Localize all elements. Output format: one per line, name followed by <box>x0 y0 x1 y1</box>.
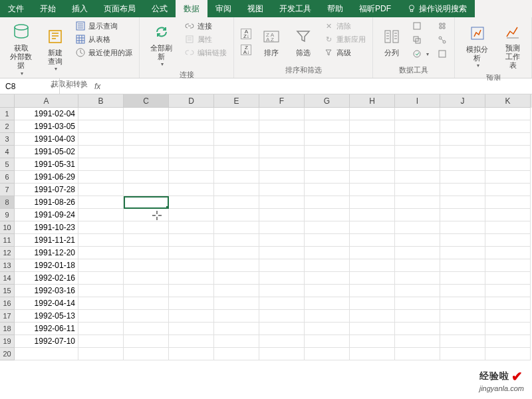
cell[interactable] <box>305 108 350 120</box>
cell[interactable] <box>78 120 124 133</box>
cell[interactable] <box>259 196 305 209</box>
row-header[interactable]: 6 <box>0 171 15 184</box>
cell[interactable] <box>259 133 305 146</box>
cell[interactable] <box>124 259 169 272</box>
row-header[interactable]: 15 <box>0 285 15 297</box>
name-box[interactable]: C8 ▾ <box>0 78 60 94</box>
new-query-button[interactable]: 新建 查询 ▾ <box>41 20 70 78</box>
cell[interactable] <box>214 171 259 184</box>
cell[interactable] <box>350 196 395 209</box>
row-header[interactable]: 18 <box>0 323 15 335</box>
cell[interactable] <box>305 171 350 184</box>
cell[interactable] <box>78 209 124 221</box>
cell[interactable] <box>440 196 485 209</box>
cell[interactable]: 1991-10-23 <box>15 221 78 234</box>
cell[interactable] <box>169 221 214 234</box>
cell[interactable] <box>350 348 395 360</box>
cell[interactable] <box>305 323 350 335</box>
cell[interactable] <box>305 221 350 234</box>
cell[interactable] <box>169 133 214 146</box>
cell[interactable] <box>440 285 485 297</box>
cell[interactable] <box>485 120 531 133</box>
cell[interactable] <box>78 158 124 171</box>
cell[interactable] <box>485 184 531 196</box>
cell[interactable] <box>440 323 485 335</box>
cell[interactable] <box>485 234 531 247</box>
cell[interactable] <box>124 272 169 285</box>
cell[interactable] <box>395 348 440 360</box>
cell[interactable] <box>395 158 440 171</box>
cell[interactable] <box>395 196 440 209</box>
tab-home[interactable]: 开始 <box>32 0 64 17</box>
cell[interactable] <box>305 133 350 146</box>
cell[interactable]: 1991-02-04 <box>15 108 78 120</box>
tab-insert[interactable]: 插入 <box>64 0 96 17</box>
column-header[interactable]: I <box>395 94 440 108</box>
cell[interactable] <box>440 120 485 133</box>
cell[interactable] <box>350 184 395 196</box>
cell[interactable] <box>78 221 124 234</box>
cell[interactable] <box>169 196 214 209</box>
cell[interactable] <box>440 158 485 171</box>
fx-icon[interactable]: fx <box>94 82 100 91</box>
cell[interactable] <box>259 272 305 285</box>
cell[interactable] <box>214 348 259 360</box>
cell[interactable] <box>395 297 440 310</box>
cell[interactable] <box>259 234 305 247</box>
what-if-button[interactable]: 模拟分析 ▾ <box>459 20 495 72</box>
cell[interactable] <box>485 158 531 171</box>
cell[interactable] <box>395 259 440 272</box>
cell[interactable] <box>350 335 395 348</box>
cell[interactable] <box>485 259 531 272</box>
cell[interactable] <box>214 247 259 259</box>
row-header[interactable]: 2 <box>0 120 15 133</box>
column-header[interactable]: B <box>78 94 124 108</box>
cell[interactable]: 1991-11-21 <box>15 234 78 247</box>
column-header[interactable]: E <box>214 94 259 108</box>
cell[interactable]: 1992-03-16 <box>15 285 78 297</box>
cell[interactable] <box>485 335 531 348</box>
cell[interactable]: 1991-05-31 <box>15 158 78 171</box>
column-header[interactable]: F <box>259 94 305 108</box>
cell[interactable] <box>485 108 531 120</box>
cell[interactable] <box>350 146 395 158</box>
cell[interactable]: 1991-08-26 <box>15 196 78 209</box>
cell[interactable] <box>78 310 124 323</box>
cell[interactable] <box>124 323 169 335</box>
column-header[interactable]: J <box>440 94 485 108</box>
cell[interactable] <box>305 247 350 259</box>
cell[interactable] <box>169 234 214 247</box>
cell[interactable] <box>395 184 440 196</box>
cell[interactable] <box>78 348 124 360</box>
cell[interactable]: 1992-07-10 <box>15 335 78 348</box>
cell[interactable] <box>305 272 350 285</box>
sort-button[interactable]: Z AA Z 排序 <box>257 20 286 64</box>
formula-input[interactable] <box>106 80 532 92</box>
cell[interactable] <box>395 108 440 120</box>
cell[interactable] <box>440 310 485 323</box>
cell[interactable] <box>305 310 350 323</box>
cell[interactable] <box>440 171 485 184</box>
cell[interactable] <box>78 259 124 272</box>
cell[interactable] <box>350 108 395 120</box>
cell[interactable] <box>124 184 169 196</box>
cell[interactable] <box>259 120 305 133</box>
cell[interactable] <box>395 285 440 297</box>
cell[interactable] <box>124 335 169 348</box>
cell[interactable] <box>485 272 531 285</box>
cell[interactable] <box>214 120 259 133</box>
cell[interactable] <box>259 146 305 158</box>
cell[interactable] <box>259 259 305 272</box>
cell[interactable] <box>78 171 124 184</box>
cell[interactable] <box>214 133 259 146</box>
cell[interactable] <box>305 348 350 360</box>
cell[interactable] <box>440 108 485 120</box>
cell[interactable]: 1991-09-24 <box>15 209 78 221</box>
cell[interactable] <box>124 196 169 209</box>
cell[interactable] <box>169 108 214 120</box>
cell[interactable] <box>350 221 395 234</box>
cell[interactable] <box>259 323 305 335</box>
cell[interactable] <box>15 348 78 360</box>
cell[interactable]: 1991-03-05 <box>15 120 78 133</box>
cell[interactable] <box>259 310 305 323</box>
